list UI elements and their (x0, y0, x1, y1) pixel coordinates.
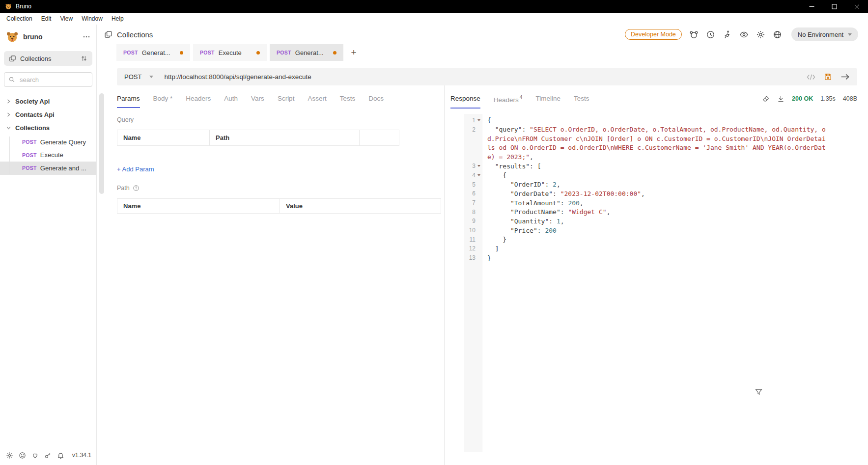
method-selector[interactable]: POST (124, 73, 141, 81)
headers-count-badge: 4 (520, 95, 523, 100)
chevron-down-icon[interactable] (149, 76, 153, 78)
path-section-label: Path (117, 185, 444, 191)
eye-icon[interactable] (739, 30, 749, 39)
line-number: 5 (464, 181, 476, 188)
collection-contacts-api[interactable]: Contacts Api (0, 108, 96, 121)
code-generate-icon[interactable] (807, 74, 815, 81)
chevron-down-icon (6, 125, 11, 131)
download-response-icon[interactable] (777, 95, 784, 103)
fold-caret-icon[interactable] (476, 119, 482, 121)
tab-response-tests[interactable]: Tests (574, 95, 589, 109)
cookies-dog-icon[interactable] (689, 30, 699, 39)
tab-generate-and-execute[interactable]: POST Generat... (270, 44, 343, 61)
notifications-bell-icon[interactable] (57, 452, 64, 459)
save-icon[interactable] (824, 73, 832, 81)
request-generate-and-execute[interactable]: POST Generate and ... (0, 162, 96, 175)
code-line: 4 { (464, 171, 868, 180)
line-number: 8 (464, 209, 476, 216)
minimize-button[interactable] (800, 0, 823, 13)
code-line: 12 ] (464, 244, 868, 253)
code-text: ls od ON o.OrderID = od.OrderID\nWHERE c… (482, 144, 826, 151)
code-text: "OrderID": 2, (482, 181, 560, 188)
globe-icon[interactable] (773, 30, 782, 39)
tab-vars[interactable]: Vars (251, 95, 264, 108)
code-line: e) = 2023;", (464, 152, 868, 162)
tab-docs[interactable]: Docs (368, 95, 384, 108)
method-badge: POST (200, 50, 215, 55)
collection-label: Society Api (15, 98, 50, 105)
send-arrow-icon[interactable] (840, 73, 850, 81)
new-tab-button[interactable]: + (346, 44, 361, 61)
chevron-right-icon (6, 112, 11, 117)
tab-response[interactable]: Response (450, 95, 480, 109)
tab-response-headers[interactable]: Headers4 (494, 95, 523, 109)
tab-params[interactable]: Params (117, 95, 140, 108)
menu-help[interactable]: Help (107, 14, 128, 24)
menu-window[interactable]: Window (77, 14, 107, 24)
bruno-logo-icon (5, 3, 12, 10)
fold-caret-icon[interactable] (476, 165, 482, 167)
response-code[interactable]: 1{2 "query": "SELECT o.OrderID, o.OrderD… (464, 114, 868, 452)
menubar: Collection Edit View Window Help (0, 13, 868, 25)
request-generate-query[interactable]: POST Generate Query (0, 136, 96, 149)
tab-label: Execute (219, 49, 242, 56)
help-question-icon[interactable] (133, 185, 140, 191)
menu-edit[interactable]: Edit (37, 14, 56, 24)
tab-assert[interactable]: Assert (308, 95, 326, 108)
add-param-button[interactable]: + Add Param (117, 165, 444, 173)
tab-body[interactable]: Body * (153, 95, 173, 108)
tab-script[interactable]: Script (278, 95, 295, 108)
tab-timeline[interactable]: Timeline (535, 95, 560, 109)
runner-icon[interactable] (723, 30, 732, 39)
line-number: 6 (464, 190, 476, 197)
code-text: "Price": 200 (482, 227, 557, 234)
scrollbar-thumb[interactable] (99, 93, 104, 194)
fold-caret-icon[interactable] (476, 174, 482, 176)
line-number: 1 (464, 117, 476, 124)
url-input[interactable]: http://localhost:8000/api/sql/generate-a… (164, 73, 807, 81)
secrets-key-icon[interactable] (44, 452, 52, 459)
tab-headers[interactable]: Headers (186, 95, 211, 108)
collection-society-api[interactable]: Society Api (0, 95, 96, 108)
filter-funnel-icon[interactable] (755, 388, 763, 396)
collection-stack-icon (104, 30, 112, 39)
collection-collections[interactable]: Collections (0, 121, 96, 135)
method-badge: POST (123, 50, 138, 55)
tab-tests[interactable]: Tests (340, 95, 356, 108)
collection-label: Collections (15, 124, 50, 132)
request-execute[interactable]: POST Execute (0, 149, 96, 162)
code-line: 1{ (464, 116, 868, 125)
close-button[interactable] (845, 0, 868, 13)
line-number: 12 (464, 245, 476, 252)
column-header-value: Value (280, 199, 441, 213)
environment-selector[interactable]: No Environment (791, 27, 858, 41)
clock-icon[interactable] (706, 30, 715, 39)
main-header: Collections Developer Mode (97, 25, 868, 44)
line-number: 11 (464, 236, 476, 243)
tab-auth[interactable]: Auth (224, 95, 238, 108)
code-text: "results": [ (482, 163, 541, 170)
page-title: Collections (117, 30, 153, 39)
menu-view[interactable]: View (56, 14, 77, 24)
sponsor-heart-icon[interactable] (31, 452, 39, 459)
clear-response-icon[interactable] (762, 95, 770, 103)
preferences-gear-icon[interactable] (756, 30, 765, 39)
sort-arrows-icon[interactable] (81, 55, 87, 62)
developer-mode-badge[interactable]: Developer Mode (625, 29, 682, 40)
help-smiley-icon[interactable] (19, 452, 26, 459)
menu-collection[interactable]: Collection (2, 14, 37, 24)
tab-execute[interactable]: POST Execute (193, 44, 267, 61)
tab-generate-query[interactable]: POST Generat... (116, 44, 190, 61)
path-label-text: Path (117, 185, 130, 191)
line-number: 10 (464, 227, 476, 234)
tree-guide-line (9, 137, 10, 174)
workspace-menu-icon[interactable] (83, 33, 90, 41)
sidebar-footer: v1.34.1 (0, 447, 96, 465)
collections-switcher-label: Collections (20, 55, 77, 62)
code-text: "query": "SELECT o.OrderID, o.OrderDate,… (482, 126, 826, 133)
collections-switcher-button[interactable]: Collections (4, 51, 92, 66)
maximize-button[interactable] (823, 0, 845, 13)
code-line: 2 "query": "SELECT o.OrderID, o.OrderDat… (464, 125, 868, 134)
search-input[interactable] (19, 76, 107, 84)
settings-gear-icon[interactable] (6, 452, 13, 459)
